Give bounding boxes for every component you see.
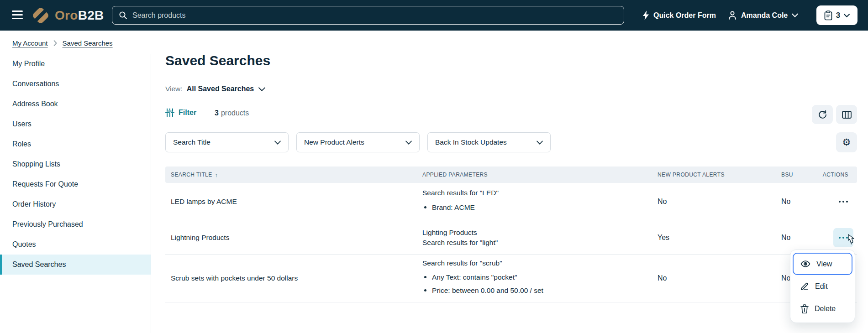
sidebar-item-shopping-lists[interactable]: Shopping Lists: [0, 154, 151, 174]
sort-ascending-icon[interactable]: ↑: [215, 172, 218, 178]
context-menu-edit[interactable]: Edit: [793, 275, 852, 297]
saved-search-title: LED lamps by ACME: [171, 182, 408, 221]
account-sidebar: My Profile Conversations Address Book Us…: [0, 54, 151, 275]
new-product-alerts-value: No: [658, 182, 667, 221]
chevron-down-icon: [537, 140, 543, 145]
row-actions-context-menu: View Edit Delete: [790, 250, 855, 323]
chevron-down-icon: [405, 140, 412, 145]
table-row: Lightning Products Lighting Products Sea…: [165, 221, 857, 255]
saved-search-title: Scrub sets with pockets under 50 dollars: [171, 255, 408, 302]
applied-parameters: Lighting Products Search results for "li…: [422, 221, 651, 254]
sidebar-item-previously-purchased[interactable]: Previously Purchased: [0, 214, 151, 234]
sidebar-item-users[interactable]: Users: [0, 114, 151, 134]
applied-parameters: Search results for "LED" Brand: ACME: [422, 182, 651, 221]
parameter-bullet: Price: between 0.00 and 50.00 / set: [422, 286, 651, 296]
sidebar-item-order-history[interactable]: Order History: [0, 194, 151, 214]
table-row: LED lamps by ACME Search results for "LE…: [165, 182, 857, 221]
brand-logo-icon: [31, 6, 50, 25]
sidebar-item-quotes[interactable]: Quotes: [0, 234, 151, 255]
table-row: Scrub sets with pockets under 50 dollars…: [165, 255, 857, 302]
main-content: Saved Searches View: All Saved Searches …: [165, 0, 857, 333]
row-actions-ellipsis-icon[interactable]: [833, 228, 853, 247]
trash-icon: [800, 304, 809, 313]
filter-button[interactable]: Filter: [165, 108, 196, 117]
brand-logo-text: OroB2B: [55, 8, 104, 23]
grid-settings-button[interactable]: ⚙: [836, 132, 857, 152]
view-selector-button[interactable]: All Saved Searches: [187, 85, 266, 93]
breadcrumb: My Account Saved Searches: [12, 39, 113, 47]
view-label: View:: [165, 85, 183, 93]
sidebar-item-conversations[interactable]: Conversations: [0, 74, 151, 94]
parameter-bullet: Any Text: contains "pocket": [422, 272, 651, 282]
applied-parameters: Search results for "scrub" Any Text: con…: [422, 255, 651, 302]
column-header-new-product-alerts: NEW PRODUCT ALERTS: [658, 166, 725, 183]
context-menu-delete[interactable]: Delete: [793, 297, 852, 320]
new-product-alerts-value: No: [658, 255, 667, 302]
page-title: Saved Searches: [165, 53, 270, 68]
pencil-icon: [800, 282, 809, 291]
context-menu-view[interactable]: View: [793, 253, 852, 275]
grid-view-selector: View: All Saved Searches: [165, 85, 265, 93]
sidebar-item-my-profile[interactable]: My Profile: [0, 54, 151, 74]
sidebar-item-saved-searches[interactable]: Saved Searches: [0, 255, 151, 275]
breadcrumb-saved-searches[interactable]: Saved Searches: [63, 39, 113, 47]
filters-row: Search Title New Product Alerts Back In …: [165, 132, 857, 152]
filter-sliders-icon: [165, 108, 174, 117]
search-icon: [119, 11, 127, 20]
bsu-value: No: [781, 182, 790, 221]
refresh-icon: [818, 110, 827, 120]
new-product-alerts-value: Yes: [658, 221, 669, 254]
bsu-value: No: [781, 221, 790, 254]
record-count-value: 3: [215, 109, 219, 117]
saved-search-title: Lightning Products: [171, 221, 408, 254]
gear-icon: ⚙: [842, 137, 851, 148]
eye-icon: [800, 260, 810, 267]
column-header-applied-parameters: APPLIED PARAMETERS: [422, 166, 488, 183]
filter-new-product-alerts[interactable]: New Product Alerts: [296, 132, 420, 152]
chevron-down-icon: [274, 140, 281, 145]
row-actions-ellipsis-icon[interactable]: [836, 196, 851, 207]
breadcrumb-my-account[interactable]: My Account: [12, 39, 48, 47]
sidebar-divider: [151, 54, 151, 333]
hamburger-menu-icon[interactable]: [12, 10, 23, 19]
refresh-button[interactable]: [812, 105, 833, 124]
filter-search-title[interactable]: Search Title: [165, 132, 289, 152]
column-header-search-title[interactable]: SEARCH TITLE ↑: [171, 166, 218, 183]
manage-columns-button[interactable]: [836, 105, 857, 124]
chevron-right-icon: [53, 40, 57, 46]
bsu-value: No: [781, 255, 790, 302]
grid-toolbar: Filter 3products: [165, 104, 857, 124]
brand-logo[interactable]: OroB2B: [31, 6, 104, 25]
table-header: SEARCH TITLE ↑ APPLIED PARAMETERS NEW PR…: [165, 166, 857, 183]
record-count: 3products: [215, 109, 249, 117]
filter-back-in-stock[interactable]: Back In Stock Updates: [427, 132, 551, 152]
sidebar-item-address-book[interactable]: Address Book: [0, 94, 151, 114]
column-header-bsu: BSU: [781, 166, 793, 183]
columns-icon: [842, 111, 852, 119]
column-header-actions: ACTIONS: [823, 166, 848, 183]
parameter-bullet: Brand: ACME: [422, 203, 651, 213]
chevron-down-icon: [258, 87, 265, 91]
sidebar-item-roles[interactable]: Roles: [0, 134, 151, 154]
sidebar-item-requests-for-quote[interactable]: Requests For Quote: [0, 174, 151, 194]
